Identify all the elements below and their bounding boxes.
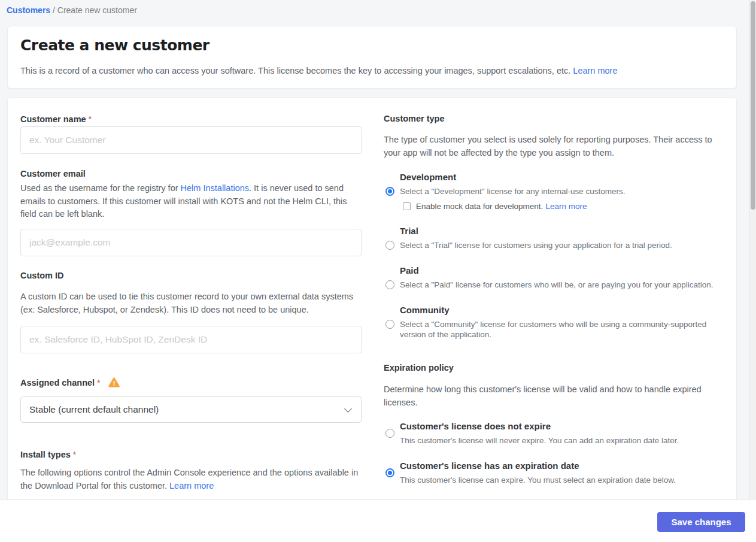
paid-radio[interactable] bbox=[385, 280, 394, 289]
trial-option-title: Trial bbox=[400, 226, 725, 236]
trial-option-description: Select a "Trial" license for customers u… bbox=[400, 240, 725, 250]
scrollbar-track[interactable] bbox=[749, 0, 756, 499]
expiration-option-no-expire: Customer's license does not expire This … bbox=[384, 421, 725, 446]
community-radio[interactable] bbox=[385, 320, 394, 329]
development-radio[interactable] bbox=[385, 187, 394, 196]
breadcrumb-separator: / bbox=[53, 5, 57, 15]
footer-bar: Save changes bbox=[0, 499, 756, 542]
install-types-label-row: Install types* bbox=[20, 449, 362, 460]
no-expire-radio[interactable] bbox=[385, 429, 394, 438]
customer-email-label: Customer email bbox=[20, 169, 362, 178]
customer-email-input[interactable] bbox=[20, 229, 362, 256]
customer-name-input[interactable] bbox=[20, 126, 362, 154]
required-asterisk: * bbox=[73, 450, 76, 459]
expiration-policy-label: Expiration policy bbox=[384, 363, 725, 373]
community-option-description: Select a "Community" license for custome… bbox=[400, 319, 725, 340]
install-types-label: Install types bbox=[20, 450, 71, 459]
customer-name-label: Customer name bbox=[20, 114, 86, 124]
chevron-down-icon bbox=[344, 405, 352, 413]
install-types-learn-more-link[interactable]: Learn more bbox=[169, 481, 214, 490]
save-changes-button[interactable]: Save changes bbox=[657, 512, 745, 532]
assigned-channel-label-row: Assigned channel* bbox=[20, 377, 362, 390]
create-customer-form-card: Customer name* Customer email Used as th… bbox=[7, 97, 737, 528]
assigned-channel-selected-value: Stable (current default channel) bbox=[29, 404, 159, 414]
assigned-channel-select[interactable]: Stable (current default channel) bbox=[20, 396, 362, 423]
form-right-column: Customer type The type of customer you s… bbox=[384, 98, 725, 528]
mock-data-checkbox-label: Enable mock data for development. bbox=[416, 202, 543, 211]
page-header-card: Create a new customer This is a record o… bbox=[7, 26, 737, 89]
has-expiration-option-title: Customer's license has an expiration dat… bbox=[400, 461, 725, 471]
scrollbar-thumb[interactable] bbox=[751, 1, 755, 210]
form-left-column: Customer name* Customer email Used as th… bbox=[20, 98, 362, 528]
install-types-description: The following options control the Admin … bbox=[20, 467, 362, 492]
mock-data-checkbox-row: Enable mock data for development. Learn … bbox=[400, 202, 725, 211]
breadcrumb-customers-link[interactable]: Customers bbox=[7, 5, 50, 15]
customer-type-option-community: Community Select a "Community" license f… bbox=[384, 305, 725, 340]
customer-type-description: The type of customer you select is used … bbox=[384, 134, 725, 159]
expiration-policy-description: Determine how long this customer's licen… bbox=[384, 383, 725, 409]
header-learn-more-link[interactable]: Learn more bbox=[573, 66, 617, 75]
customer-type-label: Customer type bbox=[384, 114, 725, 123]
has-expiration-radio[interactable] bbox=[385, 468, 394, 477]
development-option-description: Select a "Development" license for any i… bbox=[400, 186, 725, 196]
helm-installations-link[interactable]: Helm Installations bbox=[181, 183, 249, 193]
required-asterisk: * bbox=[89, 114, 92, 124]
warning-icon bbox=[108, 377, 120, 390]
paid-option-title: Paid bbox=[400, 265, 725, 275]
assigned-channel-label: Assigned channel bbox=[20, 378, 95, 387]
expiration-option-has-date: Customer's license has an expiration dat… bbox=[384, 461, 725, 485]
mock-data-learn-more-link[interactable]: Learn more bbox=[545, 202, 587, 211]
customer-email-description: Used as the username for the registry fo… bbox=[20, 182, 362, 221]
mock-data-checkbox[interactable] bbox=[403, 202, 411, 210]
breadcrumb-current: Create new customer bbox=[57, 5, 137, 15]
required-asterisk: * bbox=[97, 378, 100, 387]
custom-id-description: A custom ID can be used to tie this cust… bbox=[20, 290, 362, 316]
customer-type-option-development: Development Select a "Development" licen… bbox=[384, 172, 725, 211]
page-description: This is a record of a customer who can a… bbox=[20, 65, 617, 77]
development-option-title: Development bbox=[400, 172, 725, 182]
custom-id-label: Custom ID bbox=[20, 271, 362, 280]
paid-option-description: Select a "Paid" license for customers wh… bbox=[400, 280, 725, 290]
page-title: Create a new customer bbox=[20, 37, 210, 54]
breadcrumb: Customers / Create new customer bbox=[7, 5, 137, 15]
customer-name-label-row: Customer name* bbox=[20, 114, 362, 125]
no-expire-option-description: This customer's license will never expir… bbox=[400, 435, 725, 446]
no-expire-option-title: Customer's license does not expire bbox=[400, 421, 725, 431]
has-expiration-option-description: This customer's license can expire. You … bbox=[400, 475, 725, 485]
customer-type-option-paid: Paid Select a "Paid" license for custome… bbox=[384, 265, 725, 290]
trial-radio[interactable] bbox=[385, 241, 394, 250]
community-option-title: Community bbox=[400, 305, 725, 315]
customer-type-option-trial: Trial Select a "Trial" license for custo… bbox=[384, 226, 725, 250]
custom-id-input[interactable] bbox=[20, 326, 362, 353]
